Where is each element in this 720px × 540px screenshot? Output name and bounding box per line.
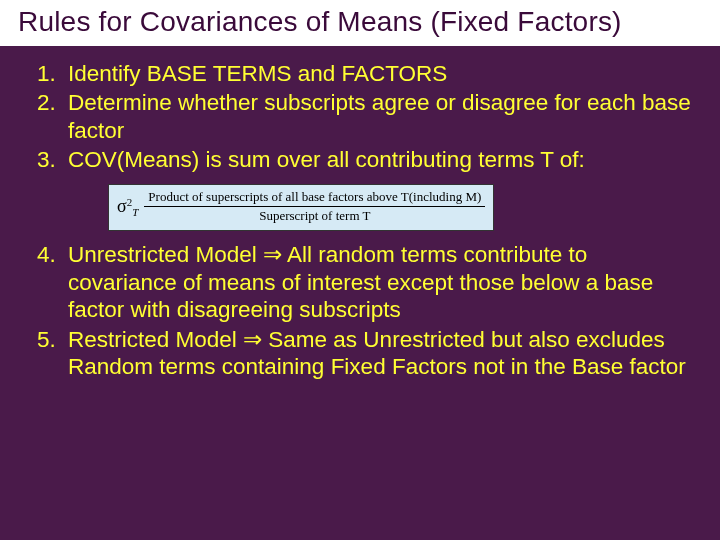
item-text-prefix: Unrestricted Model (68, 242, 263, 267)
implies-icon: ⇒ (263, 242, 282, 267)
slide-title: Rules for Covariances of Means (Fixed Fa… (18, 6, 710, 38)
list-item: Restricted Model ⇒ Same as Unrestricted … (62, 326, 696, 381)
implies-icon: ⇒ (243, 327, 262, 352)
fraction-numerator: Product of superscripts of all base fact… (144, 189, 485, 206)
formula-block: σ2T Product of superscripts of all base … (108, 184, 696, 232)
title-band: Rules for Covariances of Means (Fixed Fa… (0, 0, 720, 46)
fraction-denominator: Superscript of term T (255, 207, 374, 224)
fraction: Product of superscripts of all base fact… (144, 189, 485, 225)
item-text-prefix: Restricted Model (68, 327, 243, 352)
slide: Rules for Covariances of Means (Fixed Fa… (0, 0, 720, 540)
formula-row: σ2T Product of superscripts of all base … (117, 189, 485, 225)
formula-box: σ2T Product of superscripts of all base … (108, 184, 494, 232)
sigma-sub: T (132, 206, 138, 218)
rules-list: Identify BASE TERMS and FACTORS Determin… (0, 60, 720, 380)
sigma-char: σ (117, 196, 127, 216)
list-item: Determine whether subscripts agree or di… (62, 89, 696, 144)
list-item: Identify BASE TERMS and FACTORS (62, 60, 696, 87)
item-text: COV(Means) is sum over all contributing … (68, 147, 585, 172)
sigma-symbol: σ2T (117, 196, 144, 218)
list-item: COV(Means) is sum over all contributing … (62, 146, 696, 231)
list-item: Unrestricted Model ⇒ All random terms co… (62, 241, 696, 323)
